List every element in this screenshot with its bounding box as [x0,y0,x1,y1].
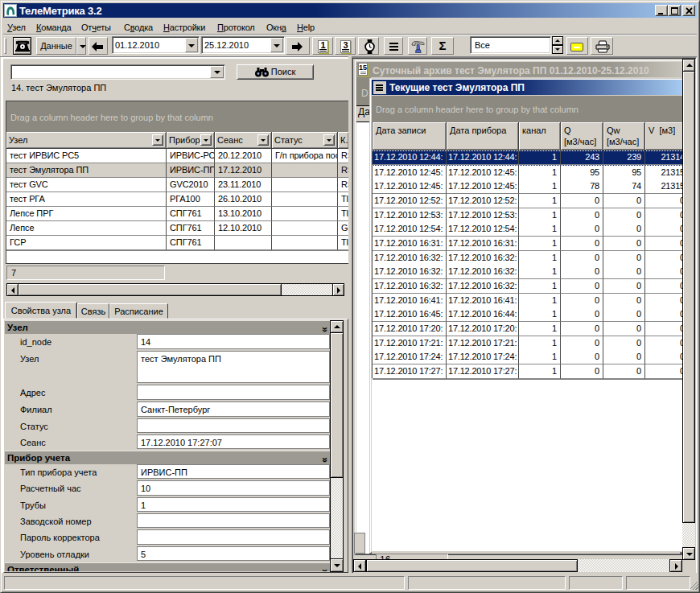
svg-text:15: 15 [359,64,367,72]
